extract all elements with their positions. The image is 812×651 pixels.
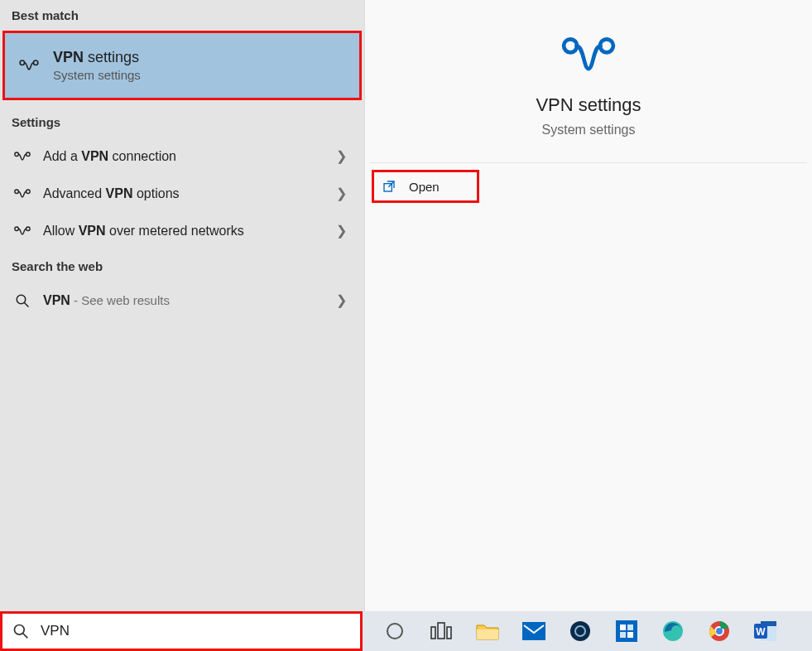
- result-vpn-settings[interactable]: VPN settings System settings: [5, 33, 359, 98]
- taskbar-word-icon[interactable]: W: [752, 617, 780, 645]
- taskbar-app1-icon[interactable]: [566, 617, 594, 645]
- chevron-right-icon: ❯: [336, 186, 353, 201]
- taskbar-cortana-icon[interactable]: [381, 617, 409, 645]
- details-title: VPN settings: [536, 94, 641, 116]
- svg-rect-16: [431, 627, 435, 639]
- search-input[interactable]: [29, 623, 350, 639]
- svg-line-14: [23, 634, 28, 639]
- svg-rect-27: [627, 632, 633, 638]
- web-header: Search the web: [0, 249, 364, 282]
- open-button[interactable]: Open: [374, 172, 477, 200]
- vpn-icon: [12, 150, 33, 163]
- result-web-vpn[interactable]: VPN - See web results ❯: [0, 282, 364, 319]
- svg-point-2: [15, 152, 19, 156]
- highlight-box-open: Open: [372, 170, 479, 203]
- svg-point-13: [15, 625, 25, 635]
- result-label: Advanced VPN options: [33, 186, 336, 201]
- result-label: VPN - See web results: [33, 293, 336, 308]
- taskbar-edge-icon[interactable]: [659, 617, 687, 645]
- svg-point-8: [17, 295, 26, 304]
- taskbar-explorer-icon[interactable]: [473, 617, 502, 645]
- search-results-pane: Best match VPN settings: [0, 0, 364, 611]
- result-add-vpn-connection[interactable]: Add a VPN connection ❯: [0, 137, 364, 175]
- taskbar-app2-icon[interactable]: [613, 617, 641, 645]
- svg-text:W: W: [756, 626, 766, 638]
- svg-rect-18: [447, 627, 451, 639]
- taskbar-taskview-icon[interactable]: [427, 617, 455, 645]
- taskbar-mail-icon[interactable]: [520, 617, 548, 645]
- highlight-box-search: [0, 611, 363, 651]
- result-subtitle: System settings: [53, 66, 141, 82]
- open-label: Open: [396, 180, 440, 194]
- svg-rect-17: [438, 623, 444, 639]
- svg-point-15: [387, 624, 402, 639]
- svg-point-6: [15, 226, 19, 230]
- svg-rect-20: [522, 622, 545, 640]
- chevron-right-icon: ❯: [336, 148, 353, 164]
- svg-line-9: [24, 302, 28, 306]
- result-title: VPN settings: [53, 49, 141, 66]
- vpn-icon: [560, 33, 617, 78]
- taskbar-chrome-icon[interactable]: [705, 617, 733, 645]
- result-label: Allow VPN over metered networks: [33, 224, 336, 239]
- best-match-header: Best match: [0, 0, 364, 31]
- vpn-icon: [12, 224, 33, 238]
- search-icon: [12, 623, 29, 639]
- settings-header: Settings: [0, 105, 364, 137]
- details-pane: VPN settings System settings Open: [364, 0, 812, 611]
- search-icon: [12, 293, 33, 308]
- vpn-icon: [12, 187, 33, 200]
- svg-rect-24: [620, 624, 626, 630]
- svg-rect-25: [627, 624, 633, 630]
- result-advanced-vpn-options[interactable]: Advanced VPN options ❯: [0, 175, 364, 212]
- svg-rect-26: [620, 632, 626, 638]
- svg-rect-23: [616, 620, 637, 642]
- search-box[interactable]: [2, 614, 360, 649]
- result-allow-vpn-metered[interactable]: Allow VPN over metered networks ❯: [0, 212, 364, 249]
- open-icon: [382, 180, 396, 193]
- details-subtitle: System settings: [542, 116, 636, 137]
- highlight-box-best-match: VPN settings System settings: [2, 31, 362, 100]
- vpn-icon: [17, 57, 41, 74]
- svg-point-4: [15, 189, 19, 193]
- svg-rect-19: [477, 629, 498, 639]
- svg-point-21: [570, 621, 590, 641]
- chevron-right-icon: ❯: [336, 223, 353, 239]
- result-label: Add a VPN connection: [33, 149, 336, 164]
- chevron-right-icon: ❯: [336, 292, 353, 308]
- taskbar: W: [0, 611, 812, 651]
